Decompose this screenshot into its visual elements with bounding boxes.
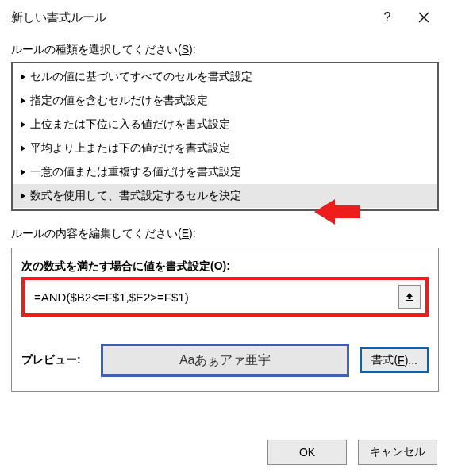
formula-label-suffix: ): [223,259,230,272]
cancel-button[interactable]: キャンセル [358,440,437,465]
collapse-icon [404,291,415,302]
rule-type-item[interactable]: 上位または下位に入る値だけを書式設定 [13,113,437,136]
formula-row [21,277,429,317]
formula-label-accel: O [214,259,223,272]
preview-row: プレビュー: Aaあぁアァ亜宇 書式(F)... [21,344,429,377]
edit-section: ルールの内容を編集してください(E): 次の数式を満たす場合に値を書式設定(O)… [11,227,439,392]
titlebar: 新しい書式ルール ? [0,0,450,35]
format-btn-suffix: )... [405,354,417,367]
rule-type-item-label: 数式を使用して、書式設定するセルを決定 [30,189,241,203]
rule-type-label: ルールの種類を選択してください(S): [11,43,439,57]
rule-type-item-selected[interactable]: 数式を使用して、書式設定するセルを決定 [13,184,437,208]
bullet-icon [21,193,25,199]
formula-label-text: 次の数式を満たす場合に値を書式設定( [21,259,214,272]
edit-section-label: ルールの内容を編集してください(E): [11,227,439,241]
rule-type-item-label: 指定の値を含むセルだけを書式設定 [30,94,208,108]
bullet-icon [21,169,25,175]
preview-box: Aaあぁアァ亜宇 [101,344,349,377]
rule-type-label-suffix: ): [189,43,196,56]
dialog-buttons: OK キャンセル [267,440,437,465]
rule-type-item[interactable]: 平均より上または下の値だけを書式設定 [13,136,437,160]
format-button[interactable]: 書式(F)... [360,347,429,373]
rule-type-item-label: 一意の値または重複する値だけを書式設定 [30,165,241,179]
rule-type-item-label: セルの値に基づいてすべてのセルを書式設定 [30,70,252,84]
formula-label: 次の数式を満たす場合に値を書式設定(O): [21,259,429,274]
bullet-icon [21,98,25,104]
formula-input[interactable] [28,283,392,310]
rule-type-item-label: 上位または下位に入る値だけを書式設定 [30,117,230,132]
svg-rect-2 [406,300,413,301]
range-selector-button[interactable] [398,285,421,309]
ok-button[interactable]: OK [267,440,347,465]
window-title: 新しい書式ルール [11,10,369,25]
edit-box: 次の数式を満たす場合に値を書式設定(O): プレビュー: Aaあぁアァ亜宇 [11,248,439,392]
help-button[interactable]: ? [369,2,406,33]
bullet-icon [21,121,25,128]
close-icon [418,12,429,23]
close-button[interactable] [406,2,442,33]
rule-type-item[interactable]: セルの値に基づいてすべてのセルを書式設定 [13,65,437,89]
rule-type-label-text: ルールの種類を選択してください( [11,43,182,56]
rule-type-item-label: 平均より上または下の値だけを書式設定 [30,141,230,155]
rule-type-item[interactable]: 指定の値を含むセルだけを書式設定 [13,89,437,113]
bullet-icon [21,74,25,80]
format-btn-prefix: 書式( [371,353,398,367]
preview-sample-text: Aaあぁアァ亜宇 [179,352,271,369]
rule-type-label-accel: S [182,43,189,56]
rule-type-item[interactable]: 一意の値または重複する値だけを書式設定 [13,160,437,184]
edit-section-label-suffix: ): [189,227,196,240]
dialog-content: ルールの種類を選択してください(S): セルの値に基づいてすべてのセルを書式設定… [0,35,450,392]
edit-section-label-text: ルールの内容を編集してください( [11,227,182,240]
rule-type-list[interactable]: セルの値に基づいてすべてのセルを書式設定 指定の値を含むセルだけを書式設定 上位… [11,62,439,211]
format-btn-accel: F [398,354,405,367]
bullet-icon [21,145,25,152]
dialog-window: 新しい書式ルール ? ルールの種類を選択してください(S): セルの値に基づいて… [0,0,450,476]
edit-section-label-accel: E [182,227,189,240]
preview-label: プレビュー: [21,353,90,367]
